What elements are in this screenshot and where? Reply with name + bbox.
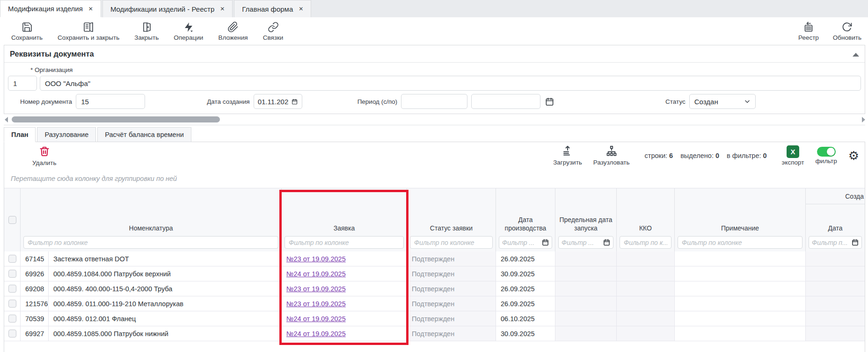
doc-number-field[interactable] <box>76 94 145 109</box>
filter-date-input[interactable] <box>502 239 540 246</box>
scroll-right-arrow[interactable] <box>862 117 865 122</box>
gear-icon[interactable]: ⚙ <box>848 150 859 162</box>
cell-kko <box>616 326 674 341</box>
calendar-icon <box>542 239 549 246</box>
save-and-close-button[interactable]: Сохранить и закрыть <box>58 22 119 41</box>
column-header-nomenclature[interactable]: Номенклатура <box>20 188 281 251</box>
filter-toggle[interactable]: фильтр <box>815 147 837 165</box>
tab-time-balance[interactable]: Расчёт баланса времени <box>97 127 191 142</box>
attachments-button[interactable]: Вложения <box>218 22 248 41</box>
excel-icon: X <box>787 145 799 158</box>
row-checkbox[interactable] <box>8 270 16 278</box>
registry-button[interactable]: Реестр <box>798 22 819 41</box>
export-excel-button[interactable]: X экспорт <box>782 145 804 166</box>
cell-request: №23 от 19.09.2025 <box>281 296 407 311</box>
table-row[interactable]: 121576 000.4859. 011.000-119-210 Металло… <box>4 296 865 311</box>
organization-name-field[interactable] <box>40 76 861 91</box>
window-tab-label: Главная форма <box>242 5 293 13</box>
column-label: Дата производства <box>499 216 552 232</box>
unravel-button[interactable]: Разузловать <box>593 145 630 166</box>
period-to-field[interactable] <box>471 94 540 109</box>
window-tab-label: Модификации изделий - Реестр <box>110 5 214 13</box>
close-icon[interactable]: ✕ <box>220 6 225 12</box>
scrollbar-thumb[interactable] <box>12 116 220 122</box>
created-date-label: Дата создания <box>207 98 250 105</box>
request-link[interactable]: №23 от 19.09.2025 <box>286 285 346 293</box>
filter-input-note[interactable] <box>678 236 802 249</box>
tab-plan[interactable]: План <box>4 127 36 142</box>
organization-code-field[interactable] <box>8 76 37 91</box>
filter-date-input[interactable] <box>562 239 601 246</box>
row-checkbox[interactable] <box>8 330 16 338</box>
close-icon[interactable]: ✕ <box>88 6 93 12</box>
toggle-on-icon[interactable] <box>817 147 836 157</box>
column-header-kko[interactable]: ККО <box>616 188 674 251</box>
refresh-label: Обновить <box>833 34 861 41</box>
filter-input-launch-deadline[interactable] <box>558 236 613 249</box>
filter-input-request[interactable] <box>284 236 404 249</box>
table-row[interactable]: 70539 000.4859. 012.001 Фланец №24 от 19… <box>4 311 865 326</box>
cell-created-date <box>805 296 865 311</box>
section-tab-bar: План Разузлование Расчёт баланса времени <box>4 127 193 142</box>
close-button[interactable]: Закрыть <box>134 22 159 41</box>
column-header-created-group[interactable]: Созда Дата <box>805 188 865 251</box>
created-date-input[interactable] <box>258 98 289 106</box>
request-link[interactable]: №23 от 19.09.2025 <box>286 300 346 308</box>
period-from-field[interactable] <box>401 94 467 109</box>
save-button[interactable]: Сохранить <box>11 22 43 41</box>
column-header-request[interactable]: Заявка <box>281 188 407 251</box>
table-row[interactable]: 69208 000.4859. 400.000-115-0,4-2000 Тру… <box>4 281 865 296</box>
column-header-note[interactable]: Примечание <box>674 188 805 251</box>
filter-input-kko[interactable] <box>620 236 671 249</box>
operations-button[interactable]: Операции <box>174 22 203 41</box>
cell-created-date <box>805 281 865 296</box>
window-tab-modification[interactable]: Модификация изделия ✕ <box>0 0 101 17</box>
links-button[interactable]: Связки <box>263 22 284 41</box>
column-label: Примечание <box>721 224 759 233</box>
request-link[interactable]: №23 от 19.09.2025 <box>286 255 346 263</box>
load-button[interactable]: Загрузить <box>553 145 582 166</box>
request-link[interactable]: №24 от 19.09.2025 <box>286 270 346 278</box>
row-checkbox[interactable] <box>8 300 16 308</box>
select-all-checkbox[interactable] <box>8 216 16 224</box>
horizontal-scrollbar[interactable] <box>4 115 865 125</box>
column-header-launch-deadline[interactable]: Предельная дата запуска <box>555 188 616 251</box>
column-label: Предельная дата запуска <box>558 216 613 232</box>
window-tab-registry[interactable]: Модификации изделий - Реестр ✕ <box>102 0 233 17</box>
cell-launch-deadline <box>555 326 616 341</box>
filter-input-created-date[interactable] <box>809 236 862 249</box>
filter-input-request-status[interactable] <box>410 236 493 249</box>
row-checkbox-cell <box>4 251 20 266</box>
filter-input-production-date[interactable] <box>499 236 552 249</box>
cell-request: №24 от 19.09.2025 <box>281 311 407 326</box>
close-icon[interactable]: ✕ <box>299 6 303 12</box>
created-date-field[interactable] <box>254 94 302 109</box>
row-checkbox[interactable] <box>8 315 16 323</box>
scroll-left-arrow[interactable] <box>5 117 8 122</box>
period-calendar-button[interactable] <box>545 97 554 106</box>
filter-input-nomenclature[interactable] <box>23 236 278 249</box>
column-header-request-status[interactable]: Статус заявки <box>407 188 496 251</box>
table-row[interactable]: 69926 000.4859.1084.000 Патрубок верхний… <box>4 266 865 281</box>
row-checkbox[interactable] <box>8 285 16 293</box>
refresh-button[interactable]: Обновить <box>833 22 861 41</box>
table-row[interactable]: 67145 Застежка ответная DOT №23 от 19.09… <box>4 251 865 266</box>
column-header-production-date[interactable]: Дата производства <box>496 188 555 251</box>
cell-note <box>674 296 805 311</box>
doc-number-label: Номер документа <box>20 98 72 105</box>
delete-button[interactable]: Удалить <box>32 146 57 166</box>
cell-nomenclature: 000.4859. 011.000-119-210 Металлорукав <box>48 296 281 311</box>
tab-razuzlovanie[interactable]: Разузлование <box>37 127 96 142</box>
collapse-caret-icon[interactable] <box>853 53 859 57</box>
cell-request-status: Подтвержден <box>407 311 496 326</box>
table-row[interactable]: 69927 000.4859.1085.000 Патрубок нижний … <box>4 326 865 341</box>
window-tab-main-form[interactable]: Главная форма ✕ <box>234 0 311 17</box>
request-link[interactable]: №24 от 19.09.2025 <box>286 315 346 323</box>
row-checkbox[interactable] <box>8 255 16 263</box>
filter-date-input[interactable] <box>812 239 850 246</box>
request-link[interactable]: №24 от 19.09.2025 <box>286 330 346 338</box>
status-select[interactable]: Создан <box>689 94 756 109</box>
filtered-count-value: 0 <box>763 152 766 159</box>
refresh-icon <box>841 22 853 33</box>
group-by-hint: Перетащите сюда колонку для группировки … <box>4 171 865 188</box>
